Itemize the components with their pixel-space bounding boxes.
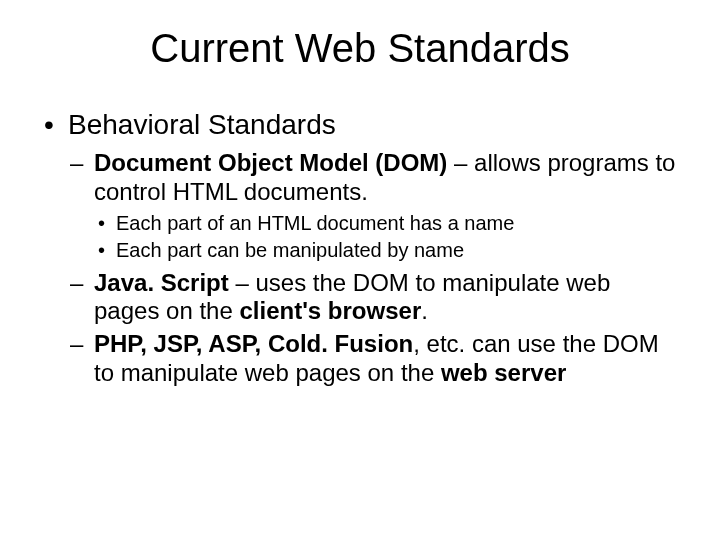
list-item: Each part of an HTML document has a name [94, 211, 680, 236]
l1-text: Behavioral Standards [68, 109, 336, 140]
list-item: PHP, JSP, ASP, Cold. Fusion, etc. can us… [68, 330, 680, 388]
bold-term: PHP, JSP, ASP, Cold. Fusion [94, 330, 413, 357]
bold-term: client's browser [239, 297, 421, 324]
list-item: Behavioral Standards Document Object Mod… [40, 109, 680, 388]
bold-term: web server [441, 359, 566, 386]
bullet-list-level1: Behavioral Standards Document Object Mod… [40, 109, 680, 388]
bullet-list-level3: Each part of an HTML document has a name… [94, 211, 680, 263]
bullet-list-level2: Document Object Model (DOM) – allows pro… [68, 149, 680, 388]
list-item: Each part can be manipulated by name [94, 238, 680, 263]
l2-tail: . [421, 297, 428, 324]
bold-term: Document Object Model (DOM) [94, 149, 447, 176]
slide: Current Web Standards Behavioral Standar… [0, 0, 720, 540]
bold-term: Java. Script [94, 269, 229, 296]
l3-text: Each part can be manipulated by name [116, 239, 464, 261]
slide-title: Current Web Standards [40, 26, 680, 71]
list-item: Java. Script – uses the DOM to manipulat… [68, 269, 680, 327]
l3-text: Each part of an HTML document has a name [116, 212, 514, 234]
list-item: Document Object Model (DOM) – allows pro… [68, 149, 680, 263]
